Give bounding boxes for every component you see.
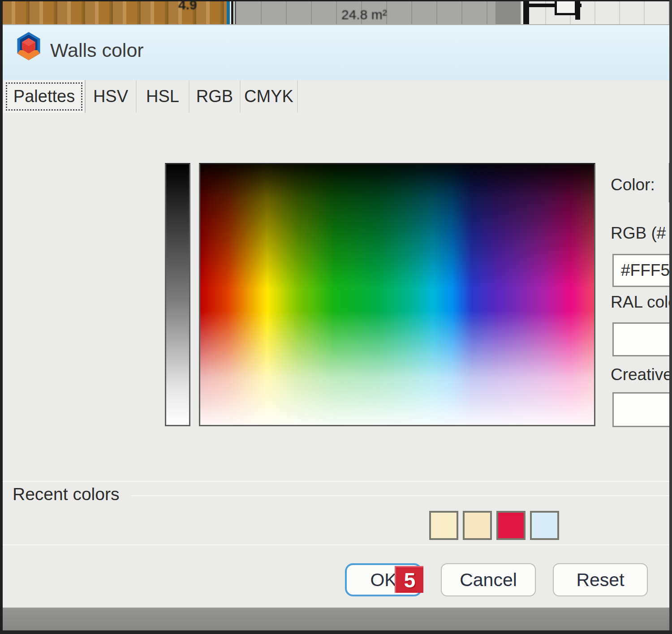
screenshot-border (669, 0, 672, 634)
wood-texture: 4.9 (0, 0, 227, 25)
plan-column (495, 0, 521, 25)
screenshot-border (0, 0, 3, 634)
reset-button-label: Reset (576, 570, 624, 591)
grayscale-picker[interactable] (165, 163, 190, 426)
ral-color-label: RAL colo (611, 293, 672, 312)
rgb-hex-label: RGB (# (611, 224, 666, 243)
cancel-button[interactable]: Cancel (441, 563, 536, 596)
plan-dimension-label: 4.9 (178, 0, 197, 13)
tab-hsl[interactable]: HSL (137, 80, 190, 113)
tab-rgb[interactable]: RGB (190, 80, 241, 113)
creative-commons-label: Creative (611, 365, 672, 384)
tab-label: HSL (146, 87, 179, 106)
color-spectrum-picker[interactable] (199, 163, 595, 426)
recent-color-swatch[interactable] (429, 511, 458, 540)
tab-label: Palettes (13, 87, 75, 106)
room-area-label: 24.8 m² (341, 7, 387, 22)
tab-cmyk[interactable]: CMYK (241, 80, 298, 113)
tab-label: HSV (93, 87, 128, 106)
plan-wall-line (227, 0, 230, 25)
creative-color-select[interactable] (612, 392, 672, 427)
ok-button-label: OK (370, 570, 396, 591)
recent-color-swatch[interactable] (530, 511, 559, 540)
tab-bar: Palettes HSV HSL RGB CMYK (3, 80, 672, 113)
dialog-titlebar: Walls color (3, 25, 672, 80)
tab-hsv[interactable]: HSV (86, 80, 137, 113)
app-logo-icon (15, 31, 42, 61)
background-bottom-bar (0, 608, 672, 630)
tab-label: CMYK (244, 87, 293, 106)
rgb-hex-input[interactable] (612, 254, 672, 287)
tab-palettes[interactable]: Palettes (4, 80, 86, 113)
background-app-strip: 4.9 24.8 m² (0, 0, 672, 25)
reset-button[interactable]: Reset (553, 563, 648, 596)
tutorial-step-badge: 5 (395, 566, 423, 593)
color-label: Color: (611, 176, 655, 194)
recent-color-swatch[interactable] (496, 511, 526, 540)
plan-symbol (555, 0, 577, 15)
tab-label: RGB (196, 87, 233, 106)
screenshot-border (0, 630, 672, 634)
floor-plan-area: 24.8 m² (236, 0, 495, 25)
group-border (132, 495, 672, 496)
dialog-title: Walls color (50, 39, 144, 61)
walls-color-dialog: Walls color Palettes HSV HSL RGB CMYK Co… (3, 24, 672, 608)
cancel-button-label: Cancel (460, 570, 517, 591)
group-separator (3, 481, 672, 482)
group-separator (3, 544, 672, 545)
plan-wall-line (231, 0, 233, 25)
recent-color-swatch[interactable] (463, 511, 492, 540)
ral-color-select[interactable] (612, 322, 672, 356)
plan-grid-area (521, 0, 672, 25)
recent-colors-label: Recent colors (13, 484, 119, 504)
screenshot-border (0, 0, 672, 1)
